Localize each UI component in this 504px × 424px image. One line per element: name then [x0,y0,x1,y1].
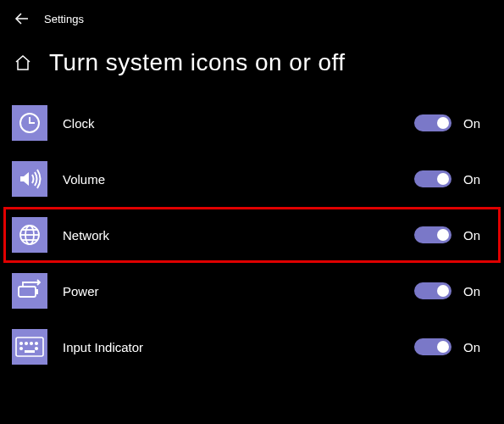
header-bar: Settings [0,0,504,34]
row-label: Network [63,228,414,243]
keyboard-icon [12,329,47,365]
row-power: Power On [12,263,492,319]
svg-rect-5 [16,338,43,356]
toggle-volume[interactable] [414,170,451,187]
home-icon[interactable] [12,52,34,74]
row-volume: Volume On [12,151,492,207]
row-network: Network On [3,207,501,263]
toggle-network[interactable] [414,226,451,243]
svg-rect-4 [36,289,38,294]
toggle-state: On [463,116,492,131]
app-name: Settings [44,13,84,25]
page-title: Turn system icons on or off [49,49,346,76]
title-row: Turn system icons on or off [0,34,504,95]
toggle-state: On [463,340,492,354]
power-icon [12,273,47,309]
toggle-clock[interactable] [414,114,451,131]
clock-icon [12,105,47,141]
svg-point-9 [36,343,38,345]
icon-toggle-list: Clock On Volume On Network [0,95,504,375]
svg-point-8 [30,343,33,345]
svg-point-10 [20,348,23,350]
toggle-state: On [463,284,492,298]
back-icon[interactable] [12,8,32,29]
svg-rect-3 [19,287,36,297]
row-clock: Clock On [12,95,492,151]
volume-icon [12,161,47,197]
svg-point-6 [20,343,23,345]
toggle-state: On [463,172,492,187]
toggle-state: On [463,228,492,243]
row-label: Power [63,284,414,298]
network-icon [12,217,47,253]
row-input-indicator: Input Indicator On [12,319,492,375]
toggle-power[interactable] [414,282,451,299]
svg-rect-12 [25,350,35,353]
toggle-input-indicator[interactable] [414,338,451,355]
svg-point-7 [25,343,28,345]
row-label: Volume [63,172,414,187]
svg-point-11 [36,348,38,350]
row-label: Clock [63,116,414,131]
row-label: Input Indicator [63,340,414,354]
